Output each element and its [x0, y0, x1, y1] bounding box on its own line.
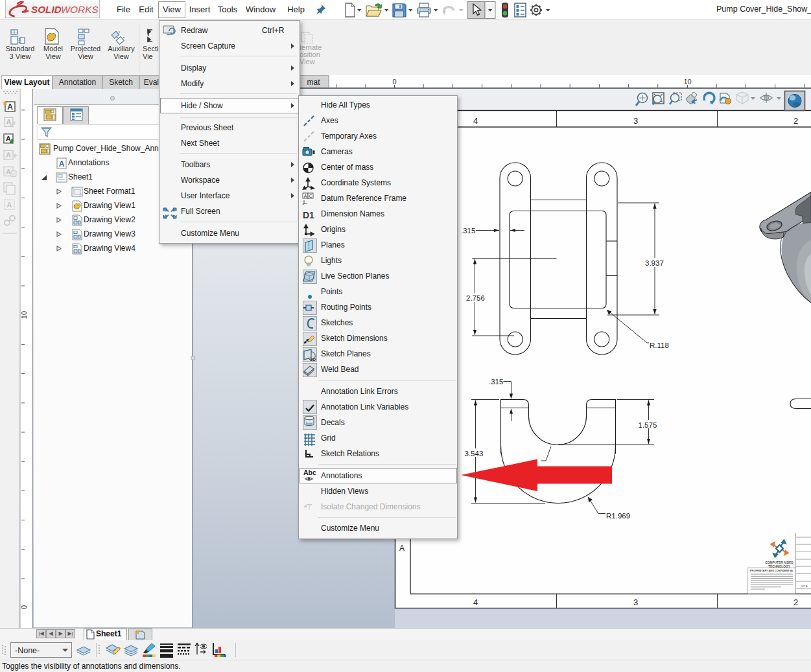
svg-text:.315: .315: [489, 378, 503, 386]
svg-text:SOLID: SOLID: [31, 4, 62, 15]
svg-text:Abc: Abc: [303, 469, 316, 476]
svg-text:A: A: [304, 194, 307, 198]
svg-text:3: 3: [633, 116, 638, 126]
svg-text:2: 2: [793, 597, 798, 607]
svg-text:R1.969: R1.969: [606, 512, 630, 520]
svg-text:1.575: 1.575: [639, 421, 657, 429]
svg-text:-None-: -None-: [15, 646, 40, 655]
svg-text:4: 4: [473, 597, 478, 607]
svg-text:A: A: [7, 201, 12, 209]
svg-text:A: A: [6, 118, 12, 126]
svg-text:COMPUTER AIDED: COMPUTER AIDED: [765, 561, 793, 564]
svg-text:SIT A: SIT A: [801, 585, 808, 588]
svg-text:10: 10: [683, 78, 691, 86]
svg-text:.315: .315: [461, 227, 475, 235]
svg-text:A: A: [6, 151, 11, 159]
svg-text:WORKS: WORKS: [61, 4, 99, 15]
svg-text:4: 4: [473, 116, 478, 126]
svg-text:A: A: [6, 168, 11, 176]
svg-text:R.118: R.118: [650, 342, 669, 349]
svg-text:3D: 3D: [310, 357, 316, 362]
svg-text:A: A: [399, 544, 405, 553]
svg-text:10: 10: [20, 311, 28, 319]
svg-text:0: 0: [392, 78, 396, 86]
svg-text:2: 2: [793, 116, 798, 126]
svg-text:3: 3: [633, 597, 638, 607]
svg-text:A: A: [59, 159, 65, 168]
svg-text:PROPRIETARY AND CONFIDENTIAL: PROPRIETARY AND CONFIDENTIAL: [750, 569, 794, 572]
svg-text:C: C: [309, 194, 312, 198]
svg-text:A: A: [7, 102, 13, 111]
svg-text:3.937: 3.937: [645, 259, 664, 267]
svg-text:2.756: 2.756: [466, 294, 485, 302]
svg-text:0: 0: [20, 605, 28, 609]
svg-text:D1: D1: [303, 210, 314, 220]
svg-text:TECHNOLOGY: TECHNOLOGY: [768, 565, 791, 568]
